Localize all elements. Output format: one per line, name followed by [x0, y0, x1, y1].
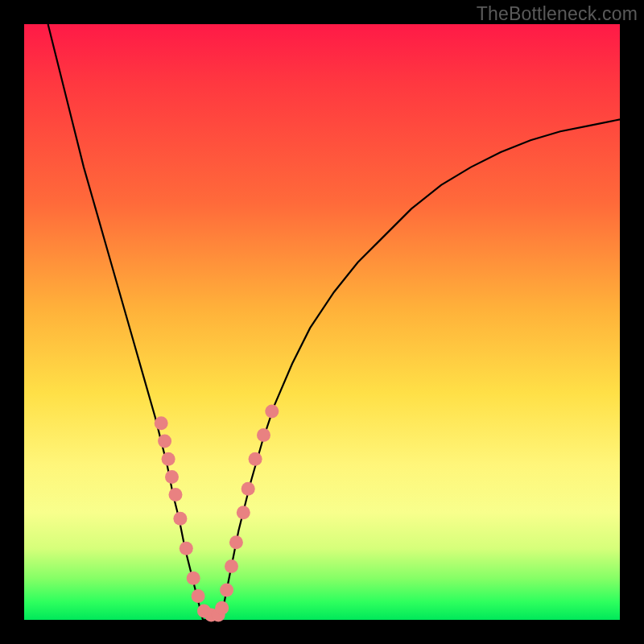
- curve-group: [48, 24, 620, 620]
- right-curve: [221, 119, 620, 620]
- marker-dot: [158, 435, 171, 448]
- marker-dot: [165, 470, 179, 484]
- marker-dot: [162, 452, 175, 466]
- marker-dot: [187, 572, 200, 585]
- marker-dot: [192, 589, 205, 603]
- marker-dot: [169, 488, 183, 502]
- marker-dot: [180, 542, 193, 555]
- marker-dot: [249, 452, 262, 466]
- marker-dot: [229, 535, 243, 549]
- outer-frame: TheBottleneck.com: [0, 0, 644, 644]
- marker-dot: [220, 584, 233, 597]
- marker-dot: [215, 601, 229, 615]
- marker-dot: [155, 416, 168, 430]
- plot-area: [24, 24, 620, 620]
- watermark-text: TheBottleneck.com: [477, 3, 638, 25]
- marker-dot: [225, 559, 238, 573]
- left-dots-group: [155, 416, 218, 621]
- marker-dot: [237, 506, 250, 519]
- marker-dot: [257, 428, 270, 442]
- left-curve: [48, 24, 203, 620]
- marker-dot: [265, 405, 279, 419]
- marker-dot: [242, 482, 255, 496]
- right-dots-group: [212, 405, 279, 622]
- marker-dot: [173, 512, 187, 526]
- chart-svg: [24, 24, 620, 620]
